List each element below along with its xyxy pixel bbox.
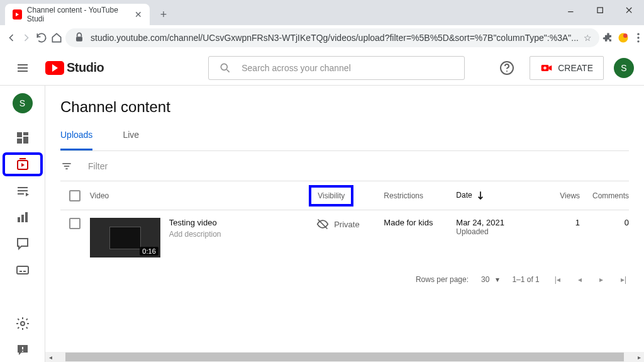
next-page-button[interactable]: ▸ (597, 273, 606, 286)
create-button[interactable]: CREATE (530, 56, 604, 80)
video-thumbnail[interactable]: 0:16 (90, 218, 160, 257)
select-all-checkbox[interactable] (69, 190, 80, 201)
svg-point-13 (221, 64, 228, 70)
sidebar-comments[interactable] (3, 232, 43, 256)
page-title: Channel content (60, 98, 629, 116)
private-icon (316, 218, 329, 230)
home-button[interactable] (50, 28, 63, 48)
reload-button[interactable] (35, 28, 48, 48)
studio-logo[interactable]: Studio (45, 60, 104, 75)
column-date[interactable]: Date (456, 189, 536, 202)
channel-avatar[interactable]: S (13, 93, 33, 113)
sidebar-subtitles[interactable] (3, 258, 43, 282)
table-header: Video Visibility Restrictions Date Views… (60, 181, 629, 210)
svg-rect-30 (21, 215, 24, 222)
back-button[interactable] (5, 28, 18, 48)
help-button[interactable] (494, 55, 519, 81)
svg-point-16 (506, 71, 508, 72)
svg-point-8 (637, 37, 639, 38)
filter-icon[interactable] (60, 160, 73, 173)
close-window-button[interactable] (615, 0, 644, 21)
first-page-button[interactable]: |◂ (552, 273, 563, 286)
extensions-icon[interactable] (602, 29, 614, 47)
table-row[interactable]: 0:16 Testing video Add description Priva… (60, 210, 629, 265)
video-title: Testing video (169, 218, 221, 227)
bookmark-icon[interactable]: ☆ (584, 33, 592, 43)
create-icon (540, 62, 553, 74)
account-avatar[interactable]: S (614, 58, 634, 78)
menu-button[interactable] (10, 55, 35, 81)
page-range: 1–1 of 1 (512, 275, 539, 284)
date-sub: Uploaded (456, 227, 536, 236)
restrictions-value: Made for kids (384, 218, 456, 257)
views-value: 1 (536, 218, 580, 257)
browser-tab[interactable]: Channel content - YouTube Studi ✕ (5, 4, 150, 25)
sidebar-content[interactable] (3, 152, 43, 176)
filter-label[interactable]: Filter (88, 161, 108, 171)
pagination: Rows per page: 30 ▾ 1–1 of 1 |◂ ◂ ▸ ▸| (60, 265, 629, 294)
youtube-icon (45, 61, 64, 75)
date-value: Mar 24, 2021 (456, 218, 536, 227)
row-checkbox[interactable] (69, 218, 80, 229)
column-views[interactable]: Views (536, 191, 580, 200)
sidebar-settings[interactable] (3, 312, 43, 336)
tab-live[interactable]: Live (123, 130, 139, 150)
comments-value: 0 (580, 218, 629, 257)
minimize-button[interactable] (557, 0, 586, 21)
logo-text: Studio (67, 60, 104, 75)
column-visibility[interactable]: Visibility (316, 185, 384, 206)
address-bar[interactable]: studio.youtube.com/channel/UCsvGxwpnFRsN… (65, 28, 599, 47)
search-icon (219, 62, 231, 74)
visibility-value: Private (334, 220, 359, 229)
create-label: CREATE (558, 63, 593, 73)
new-tab-button[interactable]: + (155, 6, 172, 23)
last-page-button[interactable]: ▸| (618, 273, 629, 286)
svg-rect-32 (17, 266, 28, 274)
extension-badge-icon[interactable] (617, 29, 630, 47)
tab-uploads[interactable]: Uploads (60, 130, 92, 150)
svg-rect-1 (597, 8, 602, 13)
horizontal-scrollbar[interactable]: ◂ ▸ (45, 352, 644, 362)
prev-page-button[interactable]: ◂ (575, 273, 584, 286)
svg-line-14 (227, 69, 230, 72)
svg-rect-29 (18, 217, 20, 222)
search-input[interactable]: Search across your channel (208, 56, 465, 80)
svg-rect-20 (17, 132, 22, 137)
rows-per-page-label: Rows per page: (416, 275, 469, 284)
sidebar-analytics[interactable] (3, 205, 43, 229)
svg-rect-23 (17, 139, 22, 144)
svg-rect-21 (23, 132, 28, 135)
column-comments[interactable]: Comments (580, 191, 629, 200)
lock-icon (73, 31, 86, 45)
video-duration: 0:16 (140, 247, 158, 256)
svg-point-37 (22, 351, 23, 352)
svg-point-6 (623, 33, 628, 38)
svg-point-7 (637, 33, 639, 35)
close-tab-icon[interactable]: ✕ (135, 9, 142, 20)
svg-point-9 (637, 40, 639, 42)
rows-per-page-select[interactable]: 30 ▾ (481, 275, 499, 284)
svg-rect-31 (25, 212, 28, 222)
forward-button[interactable] (20, 28, 33, 48)
sidebar-dashboard[interactable] (3, 126, 43, 150)
column-restrictions[interactable]: Restrictions (384, 191, 456, 200)
column-video[interactable]: Video (90, 191, 316, 200)
browser-menu-icon[interactable] (632, 29, 644, 47)
video-description: Add description (169, 230, 221, 239)
search-placeholder: Search across your channel (242, 63, 351, 73)
sidebar-playlists[interactable] (3, 179, 43, 203)
sort-down-icon (474, 189, 487, 202)
svg-point-35 (21, 322, 25, 325)
url-text: studio.youtube.com/channel/UCsvGxwpnFRsN… (91, 33, 579, 43)
youtube-favicon (13, 9, 22, 20)
maximize-button[interactable] (586, 0, 615, 21)
sidebar-feedback[interactable] (3, 338, 43, 362)
svg-rect-4 (76, 37, 82, 41)
svg-rect-22 (23, 137, 28, 144)
tab-title: Channel content - YouTube Studi (27, 6, 130, 23)
